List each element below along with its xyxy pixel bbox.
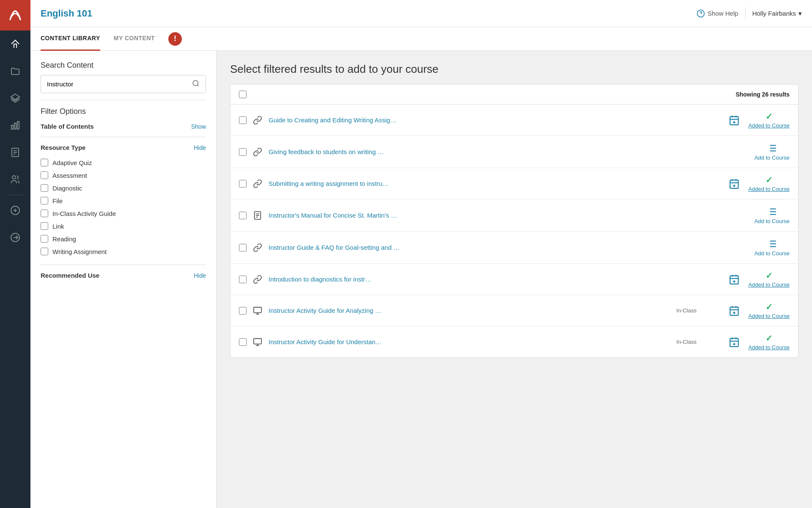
results-table: Showing 26 results Guide to Creating and… (230, 84, 798, 358)
sidebar-item-document[interactable] (0, 139, 30, 166)
show-help-button[interactable]: Show Help (697, 9, 738, 18)
row-6-schedule-button[interactable] (729, 274, 740, 285)
sidebar-item-chart[interactable] (0, 112, 30, 139)
diagnostic-checkbox[interactable] (41, 184, 48, 192)
row-3-added-status: ✓ Added to Course (748, 175, 790, 192)
row-8-title[interactable]: Instructor Activity Guide for Understan… (269, 337, 668, 346)
top-header: English 101 Show Help Holly Fairbanks ▾ (30, 0, 812, 27)
table-row: Giving feedback to students on writing …… (230, 136, 798, 168)
search-input[interactable] (41, 76, 186, 92)
table-row: Instructor Activity Guide for Understan…… (230, 326, 798, 357)
row-3-schedule-button[interactable] (729, 178, 740, 189)
row-1-title[interactable]: Guide to Creating and Editing Writing As… (269, 116, 700, 124)
row-1-checkbox[interactable] (239, 116, 247, 124)
select-all-checkbox[interactable] (239, 91, 247, 98)
link-checkbox[interactable] (41, 222, 48, 230)
row-7-title[interactable]: Instructor Activity Guide for Analyzing … (269, 306, 668, 315)
checkbox-file[interactable]: File (41, 194, 206, 207)
toc-section-title: Table of Contents (41, 123, 94, 130)
svg-line-16 (197, 85, 198, 86)
svg-point-15 (193, 80, 198, 86)
row-2-title[interactable]: Giving feedback to students on writing … (269, 147, 700, 156)
checkbox-writing-assignment[interactable]: Writing Assignment (41, 245, 206, 258)
recommended-use-header: Recommended Use Hide (41, 272, 206, 279)
svg-point-8 (12, 176, 16, 179)
row-4-title[interactable]: Instructor's Manual for Concise St. Mart… (269, 211, 700, 220)
table-row: Instructor Activity Guide for Analyzing … (230, 295, 798, 326)
resource-type-toggle-button[interactable]: Hide (194, 144, 206, 151)
row-5-title[interactable]: Instructor Guide & FAQ for Goal-setting … (269, 243, 700, 252)
row-3-checkbox[interactable] (239, 180, 247, 188)
row-7-checkbox[interactable] (239, 307, 247, 315)
checkbox-assessment[interactable]: Assessment (41, 169, 206, 182)
search-content-label: Search Content (41, 61, 206, 70)
row-4-add-button[interactable]: Add to Course (754, 206, 790, 224)
user-menu-button[interactable]: Holly Fairbanks ▾ (752, 10, 802, 17)
app-logo[interactable] (0, 0, 30, 30)
toc-toggle-button[interactable]: Show (191, 123, 206, 130)
row-1-actions: ✓ Added to Course (705, 111, 790, 129)
table-row: Submitting a writing assignment to instr… (230, 168, 798, 199)
row-6-title[interactable]: Introduction to diagnostics for instr… (269, 275, 700, 284)
header-right: Show Help Holly Fairbanks ▾ (697, 7, 802, 20)
row-1-added-label[interactable]: Added to Course (748, 122, 790, 129)
row-6-checkbox[interactable] (239, 276, 247, 283)
add-to-list-icon (766, 206, 777, 217)
row-3-icon (252, 178, 263, 190)
table-row: Guide to Creating and Editing Writing As… (230, 105, 798, 136)
checkmark-icon: ✓ (765, 271, 773, 281)
checkmark-icon: ✓ (765, 175, 773, 185)
row-7-icon (252, 305, 263, 317)
file-checkbox[interactable] (41, 197, 48, 204)
in-class-activity-checkbox[interactable] (41, 210, 48, 217)
sidebar-item-add[interactable] (0, 197, 30, 224)
tab-content-library[interactable]: CONTENT LIBRARY (41, 27, 100, 51)
table-row: Instructor Guide & FAQ for Goal-setting … (230, 232, 798, 264)
sidebar-item-switch[interactable] (0, 224, 30, 251)
assessment-checkbox[interactable] (41, 171, 48, 179)
row-8-schedule-button[interactable] (729, 337, 740, 348)
row-2-checkbox[interactable] (239, 148, 247, 156)
checkbox-reading[interactable]: Reading (41, 232, 206, 245)
row-2-add-button[interactable]: Add to Course (754, 143, 790, 161)
checkbox-adaptive-quiz[interactable]: Adaptive Quiz (41, 156, 206, 169)
svg-rect-3 (17, 121, 19, 129)
row-8-checkbox[interactable] (239, 338, 247, 346)
row-7-added-label[interactable]: Added to Course (748, 313, 790, 319)
writing-assignment-checkbox[interactable] (41, 248, 48, 255)
row-7-schedule-button[interactable] (729, 305, 740, 316)
row-6-actions: ✓ Added to Course (705, 271, 790, 288)
monitor-icon (253, 306, 262, 315)
adaptive-quiz-checkbox[interactable] (41, 159, 48, 166)
calendar-add-icon (729, 274, 740, 285)
row-8-added-label[interactable]: Added to Course (748, 344, 790, 351)
recommended-use-toggle-button[interactable]: Hide (194, 272, 206, 279)
reading-checkbox[interactable] (41, 235, 48, 243)
row-3-title[interactable]: Submitting a writing assignment to instr… (269, 179, 700, 188)
row-5-add-button[interactable]: Add to Course (754, 238, 790, 257)
row-1-schedule-button[interactable] (729, 115, 740, 126)
checkbox-in-class-activity[interactable]: In-Class Activity Guide (41, 207, 206, 220)
calendar-add-icon (729, 305, 740, 316)
row-3-added-label[interactable]: Added to Course (748, 186, 790, 192)
user-name: Holly Fairbanks (752, 10, 796, 17)
row-4-checkbox[interactable] (239, 212, 247, 219)
resource-type-title: Resource Type (41, 144, 85, 151)
row-7-actions: ✓ Added to Course (705, 302, 790, 319)
tab-my-content[interactable]: MY CONTENT (114, 27, 155, 51)
row-6-added-label[interactable]: Added to Course (748, 282, 790, 288)
search-button[interactable] (186, 75, 206, 93)
sidebar-item-people[interactable] (0, 166, 30, 193)
checkbox-diagnostic[interactable]: Diagnostic (41, 182, 206, 194)
tab-alert-button[interactable]: ! (168, 32, 182, 46)
search-icon (192, 80, 200, 87)
sidebar-item-folder[interactable] (0, 58, 30, 85)
sidebar-item-home[interactable] (0, 30, 30, 58)
row-6-icon (252, 273, 263, 285)
row-7-added-status: ✓ Added to Course (748, 302, 790, 319)
row-5-checkbox[interactable] (239, 244, 247, 251)
row-1-icon (252, 114, 263, 126)
checkbox-link[interactable]: Link (41, 220, 206, 232)
sidebar-item-layers[interactable] (0, 85, 30, 112)
svg-rect-17 (730, 116, 739, 125)
